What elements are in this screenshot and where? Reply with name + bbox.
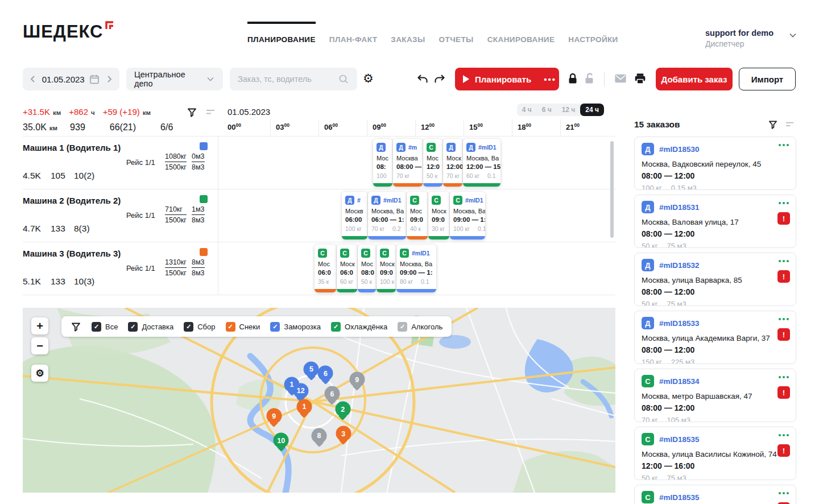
checkbox-checked-icon[interactable]: ✓: [270, 322, 280, 332]
timeline-zoom-6ч[interactable]: 6 ч: [537, 104, 557, 116]
filter-icon[interactable]: [768, 119, 778, 130]
order-card[interactable]: Д#mID18530Москва, Вадковский переулок, 4…: [634, 137, 796, 190]
order-menu-button[interactable]: [779, 202, 789, 204]
map[interactable]: + − ⚙ ✓Все✓Доставка✓Сбор✓Снеки✓Заморозка…: [23, 308, 615, 493]
checkbox-checked-icon[interactable]: ✓: [398, 322, 407, 332]
map-marker[interactable]: 12: [293, 383, 308, 398]
order-id-link[interactable]: #mID18533: [659, 319, 700, 328]
date-value[interactable]: 01.05.2023: [42, 75, 85, 84]
map-marker[interactable]: 2: [335, 402, 350, 417]
filter-icon[interactable]: [71, 321, 81, 332]
map-marker[interactable]: 9: [266, 408, 282, 424]
order-id-link[interactable]: #mID18534: [659, 377, 700, 386]
lock-open-icon[interactable]: [583, 72, 595, 85]
map-settings-gear-icon[interactable]: ⚙: [31, 365, 48, 382]
order-id-link[interactable]: #mID1: [465, 197, 483, 204]
machine-row[interactable]: Машина 3 (Водитель 3)Рейс 1/11310кг1500к…: [23, 242, 615, 295]
gantt-order-card[interactable]: СМоск09:0100 к: [377, 245, 396, 292]
map-filter-сбор[interactable]: ✓Сбор: [184, 322, 215, 332]
map-marker[interactable]: 6: [318, 366, 333, 381]
search-input[interactable]: [238, 75, 334, 84]
checkbox-checked-icon[interactable]: ✓: [184, 322, 193, 332]
order-id-link[interactable]: #mID18535: [659, 493, 700, 502]
order-id-link[interactable]: #mID18530: [659, 145, 700, 154]
gantt-order-card[interactable]: Д#mID1Москва, Ва06:00 — 1:70 кг0.2: [368, 192, 406, 239]
order-id-link[interactable]: #mID1: [478, 144, 497, 151]
gantt-settings-gear-icon[interactable]: ⚙: [363, 72, 374, 85]
mail-icon[interactable]: [614, 73, 627, 84]
timeline-zoom-24ч[interactable]: 24 ч: [580, 104, 604, 116]
map-filter-алкоголь[interactable]: ✓Алкоголь: [398, 322, 442, 332]
timeline-zoom-12ч[interactable]: 12 ч: [557, 104, 581, 116]
map-zoom-out-button[interactable]: −: [31, 337, 48, 354]
prev-day-button[interactable]: [28, 75, 38, 84]
order-id-link[interactable]: #mID18535: [659, 435, 700, 444]
plan-more-button[interactable]: •••: [544, 75, 556, 84]
order-menu-button[interactable]: [779, 434, 789, 436]
undo-icon[interactable]: [416, 72, 429, 86]
machine-row[interactable]: Машина 2 (Водитель 2)Рейс 1/1710кг1500кг…: [23, 189, 615, 242]
machine-row[interactable]: Машина 1 (Водитель 1)Рейс 1/11080кг1500к…: [23, 137, 615, 189]
order-id-link[interactable]: #: [357, 197, 361, 204]
map-marker[interactable]: 6: [324, 386, 340, 402]
user-menu[interactable]: support for demo Диспетчер: [705, 28, 797, 48]
print-icon[interactable]: [634, 72, 647, 85]
order-card[interactable]: Д#mID18531!Москва, Валовая улица, 1708:0…: [634, 195, 796, 248]
order-menu-button[interactable]: [779, 318, 789, 320]
map-marker[interactable]: 5: [304, 361, 319, 377]
depot-select[interactable]: Центральное депо: [126, 68, 223, 90]
redo-icon[interactable]: [433, 72, 446, 86]
map-marker[interactable]: 10: [274, 433, 289, 448]
order-card[interactable]: С#mID18535!Москва, улица Василисы Кожино…: [634, 427, 796, 480]
lock-closed-icon[interactable]: [566, 72, 579, 85]
import-button[interactable]: Импорт: [739, 68, 796, 90]
gantt-order-card[interactable]: Д#mID1Москва, Ва12:00 — 1560 кг0.1: [463, 139, 500, 187]
add-order-button[interactable]: Добавить заказ: [656, 68, 733, 90]
gantt-order-card[interactable]: ДМос08:100: [373, 139, 392, 187]
next-day-button[interactable]: [105, 75, 114, 84]
gantt-order-card[interactable]: СМос12:050 к: [423, 139, 442, 187]
tab-настройки[interactable]: НАСТРОЙКИ: [568, 22, 618, 44]
order-id-link[interactable]: #mID18531: [659, 203, 700, 212]
plan-button[interactable]: Планировать •••: [455, 68, 559, 90]
gantt-order-card[interactable]: Д#mМосква08:00 —70 кг: [393, 139, 423, 187]
map-filter-доставка[interactable]: ✓Доставка: [128, 322, 173, 332]
order-menu-button[interactable]: [779, 376, 789, 378]
tab-план-факт[interactable]: ПЛАН-ФАКТ: [329, 22, 378, 44]
order-card[interactable]: Д#mID18533!Москва, улица Академика Варги…: [634, 311, 796, 364]
tab-планирование[interactable]: ПЛАНИРОВАНИЕ: [247, 22, 316, 44]
tab-отчеты[interactable]: ОТЧЕТЫ: [439, 22, 474, 44]
gantt-order-card[interactable]: СМоск09:030 кг: [428, 192, 449, 239]
map-zoom-in-button[interactable]: +: [31, 317, 48, 334]
checkbox-checked-icon[interactable]: ✓: [92, 322, 101, 332]
sort-icon[interactable]: [785, 119, 795, 130]
order-id-link[interactable]: #m: [408, 144, 417, 151]
tab-сканирование[interactable]: СКАНИРОВАНИЕ: [487, 22, 555, 44]
order-id-link[interactable]: #mID1: [383, 197, 402, 204]
timeline-zoom-4ч[interactable]: 4 ч: [517, 104, 537, 116]
gantt-order-card[interactable]: СМоск06:060 кг: [337, 245, 357, 292]
map-marker[interactable]: 3: [336, 426, 351, 441]
map-marker[interactable]: 1: [296, 399, 312, 414]
gantt-order-card[interactable]: СМос09:040 к: [407, 192, 428, 239]
map-filter-снеки[interactable]: ✓Снеки: [226, 322, 260, 332]
checkbox-checked-icon[interactable]: ✓: [226, 322, 235, 332]
checkbox-checked-icon[interactable]: ✓: [331, 322, 341, 332]
gantt-order-card[interactable]: С#mID1Москва, Ва09:00 — 1:100 кг0.1: [450, 192, 485, 239]
calendar-icon[interactable]: [89, 73, 100, 85]
map-filter-заморозка[interactable]: ✓Заморозка: [270, 322, 321, 332]
filter-icon[interactable]: [187, 107, 197, 118]
order-menu-button[interactable]: [779, 144, 789, 146]
map-filter-все[interactable]: ✓Все: [92, 322, 118, 332]
gantt-order-card[interactable]: С#mID1Москва, Ва09:00 — 1:80 кг0.1: [396, 245, 436, 292]
order-menu-button[interactable]: [779, 492, 789, 494]
map-filter-охлаждёнка[interactable]: ✓Охлаждёнка: [331, 322, 387, 332]
gantt-order-card[interactable]: СМос06:035 к: [315, 245, 336, 292]
order-card[interactable]: С#mID18534!Москва, метро Варшавская, 470…: [634, 369, 796, 422]
order-id-link[interactable]: #mID1: [412, 250, 430, 257]
gantt-scrollbar[interactable]: [610, 141, 614, 238]
sort-icon[interactable]: [205, 107, 216, 118]
order-card[interactable]: С#mID18535!Москва, улица Васильевская, 3…: [634, 485, 796, 504]
search-icon[interactable]: [338, 73, 349, 85]
gantt-order-card[interactable]: Д#Москв06:00100 кг: [342, 192, 367, 239]
